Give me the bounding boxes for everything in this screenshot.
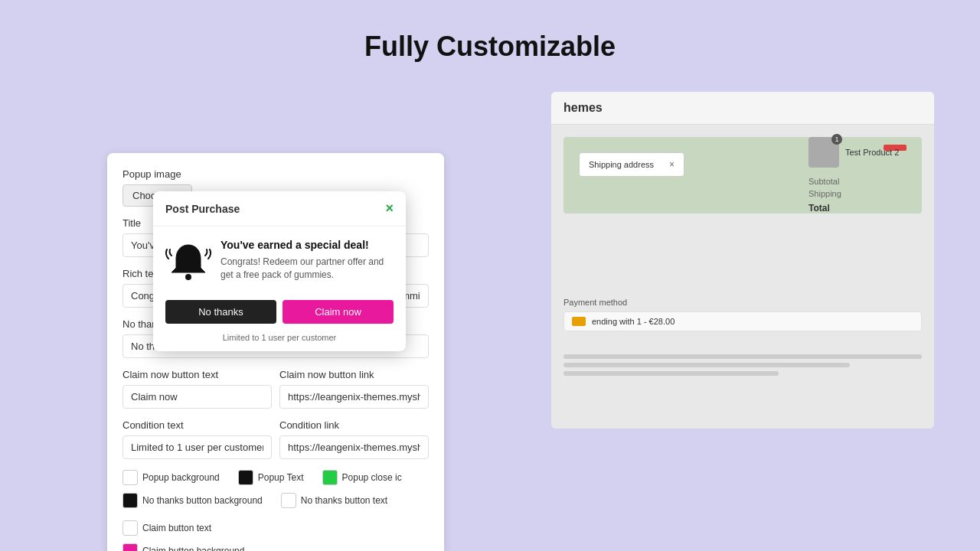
order-summary: 1 Test Product 2 Subtotal Shipping Total <box>796 125 934 226</box>
claim-link-input[interactable] <box>279 385 429 409</box>
svg-point-0 <box>185 274 191 280</box>
no-thanks-bg-color-item[interactable]: No thanks button background <box>122 493 263 508</box>
popup-bg-color-item[interactable]: Popup background <box>122 470 220 485</box>
popup-close-swatch[interactable] <box>322 470 338 485</box>
product-badge: 1 <box>831 134 842 145</box>
claim-btn-input[interactable] <box>122 385 272 409</box>
total-line: Total <box>808 203 922 214</box>
modal-headline: You've earned a special deal! <box>220 239 394 251</box>
color-row-1: Popup background Popup Text Popup close … <box>122 470 429 485</box>
claim-bg-swatch[interactable] <box>122 543 138 551</box>
address-lines <box>564 354 922 376</box>
popup-bg-label: Popup background <box>142 472 220 483</box>
claim-bg-color-item[interactable]: Claim button background <box>122 543 244 551</box>
bell-icon <box>165 239 211 285</box>
shipping-address-box: Shipping address × <box>579 152 684 177</box>
popup-close-label: Popup close ic <box>342 472 402 483</box>
color-row-3: Claim button background <box>122 543 429 551</box>
condition-text-group: Condition text <box>122 419 272 459</box>
color-row-2: No thanks button background No thanks bu… <box>122 493 429 536</box>
popup-bg-swatch[interactable] <box>122 470 138 485</box>
modal-title: Post Purchase <box>165 203 240 215</box>
payment-card: ending with 1 - €28.00 <box>564 311 922 331</box>
condition-link-label: Condition link <box>279 419 429 431</box>
product-thumbnail: 1 <box>808 137 839 168</box>
claim-text-label: Claim button text <box>142 523 211 533</box>
condition-link-group: Condition link <box>279 419 429 459</box>
page-title: Fully Customizable <box>0 0 980 63</box>
ecommerce-panel: hemes Shipping address × 1 Test Product … <box>551 92 934 429</box>
no-thanks-text-label: No thanks button text <box>301 495 387 506</box>
modal-condition: Limited to 1 user per customer <box>153 333 406 351</box>
popup-text-color-item[interactable]: Popup Text <box>238 470 304 485</box>
claim-link-label: Claim now button link <box>279 369 429 380</box>
popup-text-label: Popup Text <box>258 472 304 483</box>
condition-text-label: Condition text <box>122 419 272 431</box>
post-purchase-modal: Post Purchase × You've earned a special … <box>153 191 406 351</box>
no-thanks-text-swatch[interactable] <box>281 493 296 508</box>
no-thanks-button[interactable]: No thanks <box>165 300 276 324</box>
bell-icon-wrap <box>165 239 211 288</box>
no-thanks-bg-swatch[interactable] <box>122 493 138 508</box>
product-row: 1 Test Product 2 <box>808 137 922 168</box>
popup-close-color-item[interactable]: Popup close ic <box>322 470 402 485</box>
modal-subtext: Congrats! Redeem our partner offer and g… <box>220 256 394 282</box>
ecommerce-header: hemes <box>551 92 934 125</box>
modal-content: You've earned a special deal! Congrats! … <box>220 239 394 282</box>
modal-header: Post Purchase × <box>153 191 406 227</box>
subtotal-line: Subtotal <box>808 177 922 186</box>
popup-text-swatch[interactable] <box>238 470 253 485</box>
claim-btn-label: Claim now button text <box>122 369 272 380</box>
claim-text-color-item[interactable]: Claim button text <box>122 520 211 536</box>
payment-label: Payment method <box>564 298 922 307</box>
no-thanks-bg-label: No thanks button background <box>142 495 263 506</box>
popup-image-label: Popup image <box>122 168 429 180</box>
claim-bg-label: Claim button background <box>142 546 244 551</box>
claim-text-swatch[interactable] <box>122 520 138 536</box>
condition-text-input[interactable] <box>122 435 272 459</box>
no-thanks-text-color-item[interactable]: No thanks button text <box>281 493 387 508</box>
claim-btn-group: Claim now button text <box>122 369 272 409</box>
claim-now-button[interactable]: Claim now <box>283 300 394 324</box>
condition-link-input[interactable] <box>279 435 429 459</box>
modal-close-button[interactable]: × <box>385 201 394 217</box>
shipping-line: Shipping <box>808 189 922 198</box>
claim-link-group: Claim now button link <box>279 369 429 409</box>
card-icon <box>572 317 586 326</box>
modal-buttons: No thanks Claim now <box>153 300 406 333</box>
modal-body: You've earned a special deal! Congrats! … <box>153 227 406 300</box>
